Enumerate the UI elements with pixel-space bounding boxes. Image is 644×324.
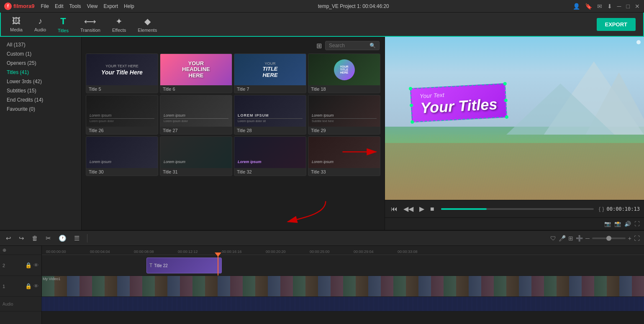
- title-card-26[interactable]: Lorem Ipsum Lorem ipsum dolor Title 26: [86, 95, 158, 135]
- title-card-33[interactable]: Lorem ipsum Title 33: [308, 136, 380, 176]
- track-label-2: 2 🔒 👁: [0, 255, 41, 276]
- menu-tools[interactable]: Tools: [69, 3, 81, 9]
- clip-duration-button[interactable]: 🕐: [57, 234, 68, 243]
- screenshot-icon[interactable]: 📷: [604, 221, 611, 227]
- title-card-27[interactable]: Lorem ipsum Lorem ipsum dolor Title 27: [160, 95, 232, 135]
- menu-help[interactable]: Help: [124, 3, 134, 9]
- menu-view[interactable]: View: [87, 3, 98, 9]
- shield-icon[interactable]: 🛡: [550, 235, 556, 242]
- sidebar-item-subtitles[interactable]: Subtitles (15): [0, 86, 81, 95]
- fullscreen-icon[interactable]: ⛶: [634, 221, 640, 227]
- title-thumb-32: Lorem ipsum: [234, 137, 306, 168]
- playhead[interactable]: [218, 255, 218, 276]
- title-thumb-31: Lorem ipsum: [160, 137, 232, 168]
- audio-label: Audio: [34, 27, 46, 32]
- menu-edit[interactable]: Edit: [55, 3, 64, 9]
- rewind-button[interactable]: ◀◀: [402, 204, 415, 214]
- toolbar-elements[interactable]: ◆ Elements: [132, 14, 163, 35]
- preview-title-overlay: Your Text Your Titles: [410, 83, 507, 122]
- transition-icon: ⟷: [84, 16, 96, 26]
- undo-button[interactable]: ↩: [4, 234, 13, 243]
- delete-button[interactable]: 🗑: [30, 234, 40, 242]
- toolbar-effects[interactable]: ✦ Effects: [106, 14, 132, 35]
- title-thumb-7: YOUR TITLEHERE: [234, 54, 306, 85]
- sidebar-item-titles[interactable]: Titles (41): [0, 68, 81, 77]
- prev-frame-button[interactable]: ⏮: [389, 204, 399, 214]
- title-card-30[interactable]: Lorem ipsum Title 30: [86, 136, 158, 176]
- toolbar-media[interactable]: 🖼 Media: [4, 14, 28, 35]
- toolbar-audio[interactable]: ♪ Audio: [28, 14, 52, 35]
- playback-progress-fill: [441, 208, 487, 210]
- title-card-31[interactable]: Lorem ipsum Title 31: [160, 136, 232, 176]
- add-icon[interactable]: ➕: [576, 235, 583, 242]
- titles-toolbar: ⊞ 🔍: [84, 39, 382, 52]
- pip-icon[interactable]: ⊞: [568, 235, 573, 242]
- selection-handle-ml[interactable]: [410, 104, 413, 107]
- stop-button[interactable]: ■: [428, 204, 436, 214]
- title-card-6[interactable]: YOURHEADLINEHERE Title 6: [160, 54, 232, 93]
- search-box[interactable]: 🔍: [325, 41, 380, 50]
- download-icon[interactable]: ⬇: [607, 3, 612, 10]
- title-thumb-28: LOREM IPSUM Lorem ipsum dolor sit: [234, 95, 306, 127]
- sidebar-item-custom[interactable]: Custom (1): [0, 49, 81, 59]
- toolbar-titles[interactable]: T Titles: [52, 13, 74, 36]
- menu-export[interactable]: Export: [103, 3, 118, 9]
- lock-icon-track2[interactable]: 🔒: [25, 262, 32, 268]
- title-card-28[interactable]: LOREM IPSUM Lorem ipsum dolor sit Title …: [234, 95, 306, 135]
- window-controls: 👤 🔖 ✉ ⬇ ─ □ ✕: [573, 3, 640, 10]
- title-card-29[interactable]: Lorem Ipsum Subtitle text here Title 29: [308, 95, 380, 135]
- ruler-mark-4: 00:00:16:16: [222, 250, 266, 254]
- export-button[interactable]: EXPORT: [597, 18, 636, 31]
- title-card-18[interactable]: YOURTITLEHERE Title 18: [308, 54, 380, 93]
- lock-icon-track1[interactable]: 🔒: [25, 283, 32, 289]
- play-button[interactable]: ▶: [418, 204, 426, 214]
- mail-icon[interactable]: ✉: [597, 3, 602, 10]
- bookmark-icon[interactable]: 🔖: [585, 3, 592, 10]
- user-icon[interactable]: 👤: [573, 3, 580, 10]
- mic-icon[interactable]: 🎤: [559, 235, 566, 242]
- redo-button[interactable]: ↪: [17, 234, 26, 243]
- zoom-slider[interactable]: [592, 237, 626, 239]
- track-2-icons: 🔒 👁: [25, 262, 39, 268]
- sidebar-item-lower3rds[interactable]: Lower 3rds (42): [0, 77, 81, 86]
- bracket-left: {: [599, 206, 600, 212]
- titles-grid-area: ⊞ 🔍 YOUR TEXT HERE Your Title Here Title…: [82, 37, 385, 230]
- add-track-icon[interactable]: ⊕: [3, 247, 6, 253]
- playback-progress-bar[interactable]: [441, 208, 594, 210]
- cut-button[interactable]: ✂: [44, 234, 53, 243]
- align-button[interactable]: ☰: [72, 234, 81, 243]
- title-thumb-29: Lorem Ipsum Subtitle text here: [308, 95, 380, 127]
- title-card-32[interactable]: Lorem ipsum Title 32: [234, 136, 306, 176]
- project-title: temp_VE Project 1: 00:04:46:20: [318, 3, 389, 9]
- eye-icon-track2[interactable]: 👁: [33, 262, 39, 268]
- title-card-7[interactable]: YOUR TITLEHERE Title 7: [234, 54, 306, 93]
- camera-icon[interactable]: 📸: [614, 221, 621, 227]
- menu-file[interactable]: File: [41, 3, 49, 9]
- minimize-icon[interactable]: ─: [617, 3, 621, 10]
- selection-handle-tl[interactable]: [409, 87, 412, 90]
- search-input[interactable]: [329, 43, 368, 48]
- video-track-thumbnails: [42, 276, 644, 296]
- title-clip[interactable]: T Title 22: [146, 258, 222, 273]
- ruler-mark-1: 00:00:04:04: [90, 250, 134, 254]
- zoom-out-icon[interactable]: ─: [585, 235, 590, 242]
- maximize-icon[interactable]: □: [626, 3, 630, 10]
- sidebar-item-openers[interactable]: Openers (25): [0, 59, 81, 68]
- grid-view-icon[interactable]: ⊞: [316, 42, 322, 50]
- elements-icon: ◆: [144, 16, 151, 26]
- toolbar-transition[interactable]: ⟷ Transition: [74, 14, 106, 35]
- eye-icon-track1[interactable]: 👁: [33, 283, 39, 289]
- volume-icon[interactable]: 🔊: [624, 221, 631, 227]
- sidebar-item-all[interactable]: All (137): [0, 40, 81, 49]
- title-bar-left: f filmora9 File Edit Tools View Export H…: [4, 3, 134, 10]
- zoom-in-icon[interactable]: +: [628, 235, 631, 242]
- media-icon: 🖼: [12, 16, 21, 26]
- close-icon[interactable]: ✕: [635, 3, 640, 10]
- sidebar-item-endcredits[interactable]: End Credits (14): [0, 95, 81, 105]
- timeline-right-controls: 🛡 🎤 ⊞ ➕ ─ + ⛶: [550, 235, 640, 242]
- sidebar-item-favourites[interactable]: Favourite (0): [0, 105, 81, 114]
- fit-icon[interactable]: ⛶: [634, 235, 640, 242]
- title-card-5[interactable]: YOUR TEXT HERE Your Title Here Title 5: [86, 54, 158, 93]
- audio-icon: ♪: [38, 16, 42, 26]
- title-card-label-7: Title 7: [234, 85, 306, 93]
